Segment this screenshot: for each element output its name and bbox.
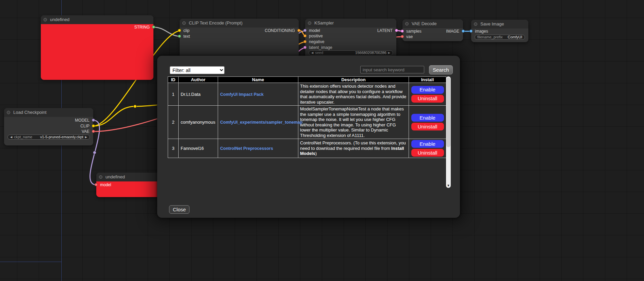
scrollbar-thumb[interactable] <box>446 77 450 147</box>
node-title: undefined <box>105 174 125 179</box>
arrow-right-icon[interactable]: ▶ <box>85 135 87 139</box>
ckpt-name-widget[interactable]: ◀ ckpt_name v1-5-pruned-emaonly.ckpt ▶ <box>7 135 90 140</box>
filter-select[interactable]: Filter: all <box>170 66 225 74</box>
widget-value: 156680208700286 <box>355 51 386 55</box>
enable-button[interactable]: Enable <box>411 86 444 94</box>
input-dot-model[interactable] <box>95 183 98 186</box>
header-name: Name <box>218 77 298 83</box>
row-description: ModelSamplerTonemapNoiseTest a node that… <box>298 106 409 139</box>
output-dot-latent[interactable] <box>395 29 398 32</box>
input-dot-latent-image[interactable] <box>303 46 307 49</box>
node-collapse-dot[interactable] <box>308 21 311 25</box>
output-dot-clip[interactable] <box>92 124 95 127</box>
output-label: VAE <box>82 129 89 134</box>
uninstall-button[interactable]: Uninstall <box>411 149 444 157</box>
output-label: LATENT <box>377 28 393 33</box>
custom-nodes-dialog: Filter: all Search ID Author Name Descri… <box>157 56 460 218</box>
table-row: 2 comfyanonymous ComfyUI_experiments/sam… <box>168 106 446 139</box>
extension-table: ID Author Name Description Install 1 Dr.… <box>168 76 446 158</box>
node-title: KSampler <box>314 20 334 25</box>
output-dot-model[interactable] <box>92 119 95 122</box>
input-label: positive <box>309 34 323 38</box>
extension-link[interactable]: ComfyUI_experiments/sampler_tonemap <box>220 120 302 125</box>
node-collapse-dot[interactable] <box>405 22 409 25</box>
enable-button[interactable]: Enable <box>411 140 444 148</box>
output-label: STRING <box>134 25 150 30</box>
node-title: Load Checkpoint <box>13 110 47 115</box>
node-collapse-dot[interactable] <box>182 21 186 25</box>
input-label: vae <box>406 34 413 39</box>
search-input[interactable] <box>360 66 424 73</box>
node-collapse-dot[interactable] <box>474 22 477 26</box>
widget-label: ckpt_name <box>14 135 32 139</box>
row-description: ControlNet Preprocessors. (To use this e… <box>298 139 409 158</box>
input-label: model <box>100 182 111 187</box>
output-dot-image[interactable] <box>462 30 465 33</box>
link-dot-clip <box>134 105 137 108</box>
table-header-row: ID Author Name Description Install <box>168 77 446 83</box>
widget-label: seed <box>315 51 323 55</box>
widget-value: ComfyUI <box>508 35 522 39</box>
search-button[interactable]: Search <box>429 65 453 74</box>
scroll-down-icon[interactable]: ▼ <box>446 183 451 188</box>
uninstall-button[interactable]: Uninstall <box>411 123 444 130</box>
node-vae-decode[interactable]: VAE Decode samples vae IMAGE <box>402 19 463 41</box>
input-dot-vae[interactable] <box>401 35 404 38</box>
row-author: Fannovel16 <box>179 139 218 158</box>
header-description: Description <box>298 77 409 83</box>
widget-label: filename_prefix <box>477 35 503 39</box>
output-label: CLIP <box>80 124 89 128</box>
row-id: 3 <box>168 139 179 158</box>
row-author: Dr.Lt.Data <box>179 83 218 106</box>
header-install: Install <box>409 77 446 83</box>
seed-widget[interactable]: ◀ seed 156680208700286 ▶ <box>309 50 393 55</box>
node-load-checkpoint[interactable]: Load Checkpoint MODEL CLIP VAE ◀ ckpt_na… <box>4 108 93 145</box>
enable-button[interactable]: Enable <box>411 114 444 122</box>
output-label: CONDITIONING <box>265 28 295 33</box>
extension-table-area: ID Author Name Description Install 1 Dr.… <box>168 76 451 188</box>
row-id: 1 <box>168 83 179 106</box>
output-dot-string[interactable] <box>152 25 155 29</box>
header-author: Author <box>179 77 218 83</box>
extension-link[interactable]: ComfyUI Impact Pack <box>220 92 264 97</box>
table-scrollbar[interactable]: ▼ <box>446 76 451 188</box>
output-label: MODEL <box>75 118 89 123</box>
wire-string-to-text <box>153 27 181 36</box>
output-label: IMAGE <box>446 29 459 34</box>
input-dot-text[interactable] <box>178 35 181 38</box>
node-title: CLIP Text Encode (Prompt) <box>189 20 243 25</box>
widget-value: v1-5-pruned-emaonly.ckpt <box>40 135 83 139</box>
input-dot-images[interactable] <box>469 30 473 33</box>
node-collapse-dot[interactable] <box>7 111 10 114</box>
output-dot-vae[interactable] <box>92 130 95 133</box>
close-button[interactable]: Close <box>169 205 189 214</box>
node-undefined-top[interactable]: undefined STRING <box>41 15 153 80</box>
node-title: VAE Decode <box>412 21 436 26</box>
row-author: comfyanonymous <box>179 106 218 139</box>
input-label: text <box>183 34 190 39</box>
arrow-left-icon[interactable]: ◀ <box>311 51 313 55</box>
node-collapse-dot[interactable] <box>44 18 47 21</box>
node-title: undefined <box>50 17 69 22</box>
node-collapse-dot[interactable] <box>99 175 102 179</box>
extension-link[interactable]: ControlNet Preprocessors <box>220 146 273 151</box>
arrow-left-icon[interactable]: ◀ <box>10 135 12 139</box>
input-label: latent_image <box>309 45 332 50</box>
input-dot-negative[interactable] <box>303 40 307 43</box>
canvas-origin-hline <box>0 262 62 262</box>
output-dot-conditioning[interactable] <box>297 29 300 32</box>
table-row: 1 Dr.Lt.Data ComfyUI Impact Pack This ex… <box>168 83 446 106</box>
row-description: This extension offers various detector n… <box>298 83 409 106</box>
arrow-right-icon[interactable]: ▶ <box>388 51 390 55</box>
uninstall-button[interactable]: Uninstall <box>411 95 444 103</box>
filename-prefix-widget[interactable]: filename_prefix ComfyUI <box>475 35 525 40</box>
node-ksampler[interactable]: KSampler model positive negative latent_… <box>305 19 396 58</box>
input-dot-positive[interactable] <box>303 34 307 37</box>
input-label: negative <box>309 39 324 44</box>
node-save-image[interactable]: Save Image images filename_prefix ComfyU… <box>471 20 528 42</box>
input-label: images <box>475 29 488 34</box>
node-title: Save Image <box>480 21 504 27</box>
row-id: 2 <box>168 106 179 139</box>
link-dot-model <box>93 151 96 154</box>
table-row: 3 Fannovel16 ControlNet Preprocessors Co… <box>168 139 446 158</box>
